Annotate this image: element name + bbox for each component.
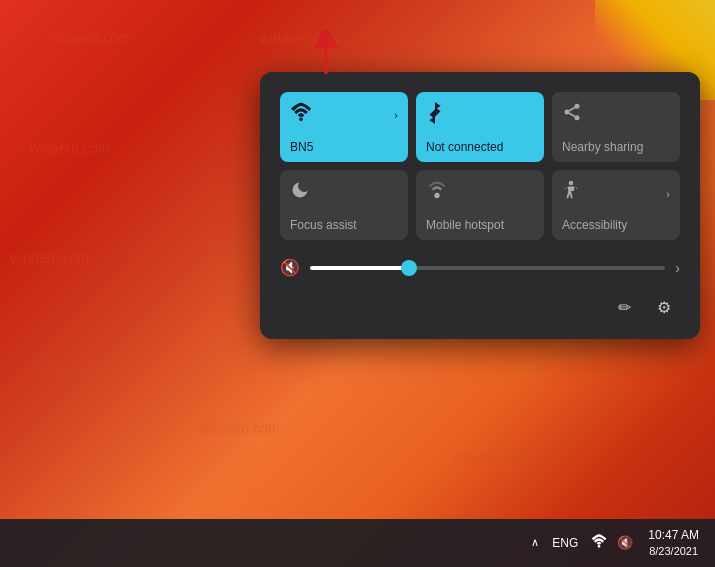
hotspot-icon [426,180,448,205]
settings-icon: ⚙ [657,298,671,317]
focus-assist-toggle[interactable]: Focus assist [280,170,408,240]
bluetooth-btn-top [426,102,534,129]
nearby-sharing-toggle[interactable]: Nearby sharing [552,92,680,162]
bluetooth-toggle[interactable]: Not connected [416,92,544,162]
svg-line-6 [569,107,575,110]
volume-thumb[interactable] [401,260,417,276]
volume-slider[interactable] [310,266,665,270]
panel-toolbar: ✏ ⚙ [280,291,680,323]
svg-point-2 [575,104,580,109]
tray-chevron-icon[interactable]: ∧ [528,532,542,553]
wifi-toggle[interactable]: › BN5 [280,92,408,162]
tray-wifi-icon[interactable] [588,530,610,555]
tray-time: 10:47 AM [648,528,699,544]
wifi-chevron-icon: › [394,109,398,121]
edit-button[interactable]: ✏ [608,291,640,323]
nearby-sharing-btn-top [562,102,670,127]
system-tray: ∧ ENG 🔇 10:47 AM 8/23/2021 [528,526,707,560]
tray-volume-icon[interactable]: 🔇 [614,531,636,554]
mobile-hotspot-toggle[interactable]: Mobile hotspot [416,170,544,240]
volume-mute-icon[interactable]: 🔇 [280,258,300,277]
wifi-btn-top: › [290,102,398,127]
bluetooth-icon [426,102,444,129]
tray-date: 8/23/2021 [649,544,698,558]
svg-line-5 [569,113,575,116]
moon-icon [290,180,310,205]
wifi-icon [290,102,312,127]
accessibility-toggle[interactable]: › Accessibility [552,170,680,240]
focus-assist-btn-top [290,180,398,205]
mobile-hotspot-label: Mobile hotspot [426,218,504,232]
edit-icon: ✏ [618,298,631,317]
mobile-hotspot-btn-top [426,180,534,205]
volume-fill [310,266,409,270]
bluetooth-label: Not connected [426,140,503,154]
volume-row: 🔇 › [280,256,680,279]
volume-chevron-icon[interactable]: › [675,260,680,276]
svg-point-1 [299,118,303,122]
quick-settings-panel: › BN5 Not connected [260,72,700,339]
settings-button[interactable]: ⚙ [648,291,680,323]
toggle-grid: › BN5 Not connected [280,92,680,240]
svg-point-3 [565,110,570,115]
tray-clock[interactable]: 10:47 AM 8/23/2021 [640,526,707,560]
accessibility-label: Accessibility [562,218,627,232]
taskbar: ∧ ENG 🔇 10:47 AM 8/23/2021 [0,519,715,567]
svg-point-7 [569,181,574,186]
tray-language[interactable]: ENG [546,532,584,554]
accessibility-btn-top: › [562,180,670,207]
nearby-sharing-label: Nearby sharing [562,140,643,154]
svg-point-10 [598,545,601,548]
focus-assist-label: Focus assist [290,218,357,232]
share-icon [562,102,582,127]
wifi-label: BN5 [290,140,313,154]
accessibility-chevron-icon: › [666,188,670,200]
svg-point-4 [575,115,580,120]
accessibility-icon [562,180,580,207]
